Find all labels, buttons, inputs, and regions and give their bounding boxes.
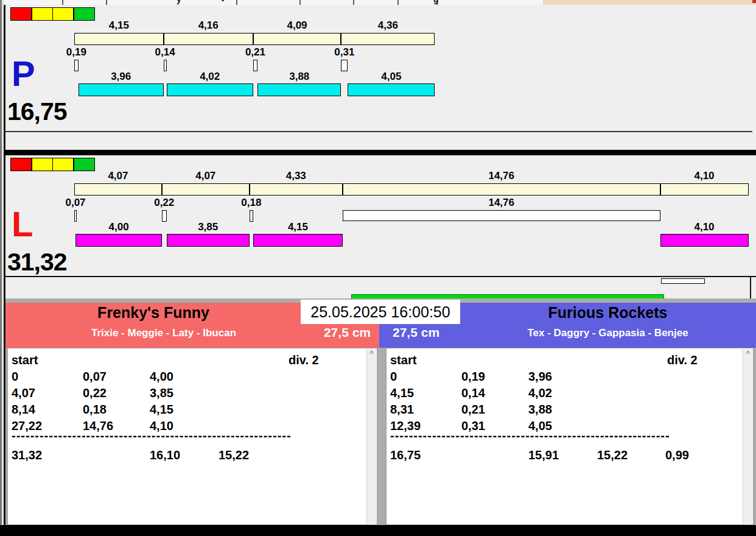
box-time-label: 14,76 xyxy=(318,197,685,209)
scrollbar-left-panel[interactable]: ^ xyxy=(366,349,376,524)
window-corner-mark xyxy=(752,0,756,3)
total-cell: 31,32 xyxy=(12,448,42,462)
lane-panel-l: 4,070,074,004,070,223,854,330,184,1514,7… xyxy=(5,155,756,276)
box-time-tick xyxy=(164,60,167,71)
split-bar-segment xyxy=(164,33,253,45)
split-bar-segment xyxy=(343,183,660,196)
live-strip-right-edge xyxy=(750,277,751,298)
table-separator-row: ----------------------------------------… xyxy=(12,429,362,445)
toolbar-button-divider xyxy=(353,0,354,5)
toolbar-button-divider xyxy=(106,0,107,5)
team-name-left: Frenky's Funny xyxy=(5,304,301,322)
division-label: div. 2 xyxy=(667,353,698,367)
jump-height-right: 27,5 cm xyxy=(393,325,478,340)
time-cell: 8,14 xyxy=(12,403,35,417)
table-row: 00,074,00 xyxy=(12,370,362,386)
total-cell: 15,22 xyxy=(219,448,249,462)
table-separator-row: ----------------------------------------… xyxy=(390,429,738,445)
table-row: 4,070,223,85 xyxy=(12,386,362,402)
live-white-marker xyxy=(661,278,705,284)
time-cell: 3,88 xyxy=(528,403,552,417)
time-cell: 0,22 xyxy=(83,386,107,400)
box-time-label: 0,31 xyxy=(317,46,372,58)
split-bar-segment xyxy=(341,33,435,45)
lane-letter: P xyxy=(12,56,35,91)
start-label: start xyxy=(390,353,416,367)
run-time-bar xyxy=(348,83,435,96)
toolbar-partial-label: g xyxy=(433,0,439,4)
split-time-label: 14,76 xyxy=(318,170,685,182)
scrollbar-right-panel[interactable]: ^ xyxy=(743,349,752,524)
total-cell: 16,10 xyxy=(150,448,180,462)
status-square xyxy=(52,7,74,21)
table-header-row: startdiv. 2 xyxy=(12,353,362,369)
total-cell: 0,99 xyxy=(665,448,689,462)
results-scoreboard: Frenky's Funny Trixie - Meggie - Laty - … xyxy=(5,298,756,525)
time-cell: 4,07 xyxy=(12,386,35,400)
time-cell: 4,15 xyxy=(390,386,414,400)
table-row: 8,140,184,15 xyxy=(12,403,362,418)
box-time-label: 0,07 xyxy=(50,197,101,209)
time-cell: 4,15 xyxy=(150,403,173,417)
run-time-bar xyxy=(167,234,250,247)
box-time-label: 0,18 xyxy=(225,197,278,209)
scroll-up-arrow-icon[interactable]: ^ xyxy=(367,350,376,357)
time-cell: 3,96 xyxy=(528,370,552,384)
box-time-tick xyxy=(74,60,79,71)
run-time-label: 4,05 xyxy=(323,71,459,83)
table-row: 8,310,213,88 xyxy=(390,403,738,418)
table-totals-row: 31,3216,1015,22 xyxy=(12,448,362,464)
box-time-label: 0,14 xyxy=(139,46,191,58)
results-textarea-left: ^ startdiv. 200,074,004,070,223,858,140,… xyxy=(7,348,377,525)
results-textarea-right: ^ startdiv. 200,193,964,150,144,028,310,… xyxy=(386,348,754,525)
team-roster-right: Tex - Daggry - Gappasia - Benjee xyxy=(460,327,756,339)
toolbar-button-divider xyxy=(62,0,63,5)
status-square xyxy=(74,7,95,21)
lane-total-time: 31,32 xyxy=(7,250,67,275)
run-time-bar xyxy=(257,83,341,96)
flyball-timing-window: y˅g 4,150,193,964,160,144,024,090,213,88… xyxy=(0,0,756,536)
lane-separator-bar xyxy=(4,150,756,155)
total-cell: 15,91 xyxy=(528,448,559,462)
jump-height-left: 27,5 cm xyxy=(267,325,371,340)
time-cell: 0,21 xyxy=(461,403,485,417)
timestamp-box: 25.05.2025 16:00:50 xyxy=(301,300,460,324)
run-time-bar xyxy=(75,234,161,247)
start-label: start xyxy=(12,353,38,367)
time-cell: 4,00 xyxy=(150,370,173,384)
toolbar-button-divider xyxy=(397,0,399,5)
split-bar-segment xyxy=(660,183,749,196)
scroll-up-arrow-icon[interactable]: ^ xyxy=(743,350,752,357)
split-bar-segment xyxy=(250,183,343,196)
total-cell: 16,75 xyxy=(390,448,421,462)
box-time-label: 0,22 xyxy=(138,197,191,209)
time-cell: 8,31 xyxy=(390,403,414,417)
status-square xyxy=(10,7,32,21)
run-time-label: 4,15 xyxy=(229,221,367,233)
status-square xyxy=(52,158,74,171)
split-time-label: 4,10 xyxy=(636,170,756,182)
table-totals-row: 16,7515,9115,220,99 xyxy=(390,448,738,464)
time-cell: 4,02 xyxy=(528,386,552,400)
lane-bottom-line xyxy=(5,131,752,132)
box-time-tick xyxy=(253,60,257,71)
table-header-row: startdiv. 2 xyxy=(390,353,738,369)
lane-total-time: 16,75 xyxy=(7,99,67,124)
window-footer-bar xyxy=(0,525,756,536)
status-square xyxy=(10,158,32,171)
time-cell: 0,07 xyxy=(83,370,107,384)
toolbar-partial-label: y xyxy=(177,0,181,4)
table-row: 00,193,96 xyxy=(390,370,738,386)
time-cell: 0 xyxy=(390,370,397,384)
box-time-tick xyxy=(162,210,167,222)
split-bar-segment xyxy=(74,33,164,45)
status-square xyxy=(32,158,53,171)
box-time-wide-bar xyxy=(343,210,660,221)
time-cell: 0,18 xyxy=(83,403,107,417)
split-bar-segment xyxy=(162,183,250,196)
box-time-label: 0,21 xyxy=(229,46,282,58)
lane-panel-p: 4,150,193,964,160,144,024,090,213,884,36… xyxy=(5,5,756,150)
time-cell: 0,19 xyxy=(461,370,485,384)
split-bar-segment xyxy=(253,33,341,45)
run-time-label: 4,10 xyxy=(636,221,756,233)
